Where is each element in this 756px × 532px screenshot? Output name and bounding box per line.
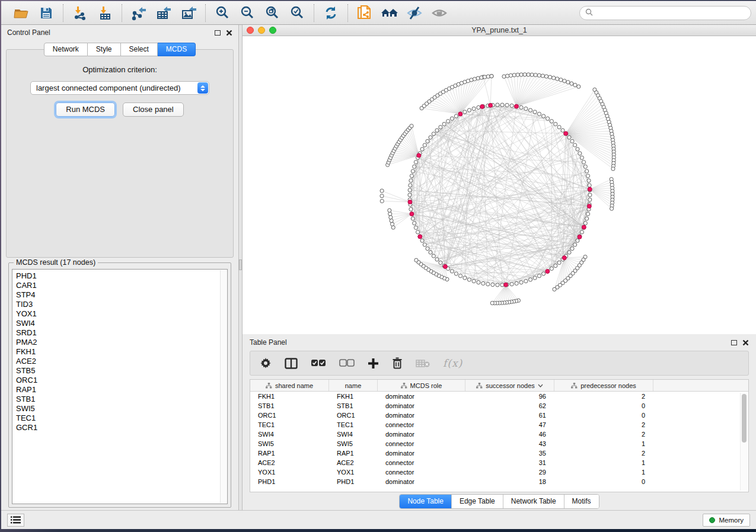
table-row[interactable]: PHD1PHD1dominator180: [250, 477, 748, 486]
sort-desc-icon: [538, 384, 543, 387]
first-neighbors-button[interactable]: [379, 4, 400, 23]
tab-network[interactable]: Network: [44, 43, 88, 56]
mcds-result-item[interactable]: STB5: [16, 366, 227, 376]
search-field[interactable]: [579, 6, 751, 20]
toolbar-separator: [122, 4, 122, 22]
tab-mcds[interactable]: MCDS: [158, 43, 196, 56]
table-row[interactable]: ACE2ACE2connector311: [250, 458, 748, 467]
table-cell: 46: [465, 431, 554, 438]
table-row[interactable]: STB1STB1dominator620: [250, 401, 748, 411]
mcds-result-item[interactable]: YOX1: [16, 309, 227, 319]
table-cell: 1: [554, 459, 653, 466]
open-file-button[interactable]: [11, 4, 32, 23]
mcds-result-item[interactable]: PMA2: [16, 338, 227, 347]
export-network-button[interactable]: [128, 4, 149, 23]
mcds-result-item[interactable]: GCR1: [16, 423, 227, 432]
import-network-button[interactable]: [69, 4, 91, 23]
mcds-result-item[interactable]: ORC1: [16, 376, 227, 385]
deselect-all-icon[interactable]: [339, 359, 355, 367]
mcds-result-list[interactable]: PHD1CAR1STP4TID3YOX1SWI4SRD1PMA2FKH1ACE2…: [12, 269, 228, 504]
float-panel-icon[interactable]: [215, 30, 221, 36]
export-table-button[interactable]: [153, 4, 174, 23]
table-row[interactable]: ORC1ORC1dominator610: [250, 411, 748, 420]
tab-select[interactable]: Select: [121, 43, 158, 56]
table-cell: 18: [465, 478, 554, 485]
tab-edge-table[interactable]: Edge Table: [452, 495, 503, 508]
import-table-button[interactable]: [94, 4, 116, 23]
mcds-result-item[interactable]: RAP1: [16, 385, 227, 395]
network-graph[interactable]: [243, 36, 756, 332]
panel-list-button[interactable]: [7, 514, 24, 527]
search-input[interactable]: [596, 9, 745, 17]
column-header-label: shared name: [275, 382, 313, 389]
zoom-fit-icon: [264, 5, 280, 21]
column-header-successor-nodes[interactable]: successor nodes: [465, 380, 554, 391]
refresh-button[interactable]: [320, 4, 342, 23]
table-cell: SWI5: [329, 440, 378, 447]
settings-gear-icon[interactable]: [260, 357, 272, 369]
hide-selected-button[interactable]: [404, 4, 425, 23]
column-header-MCDS-role[interactable]: MCDS role: [378, 380, 465, 391]
network-window-titlebar[interactable]: YPA_prune.txt_1: [243, 25, 756, 36]
network-canvas[interactable]: [243, 36, 756, 334]
search-icon: [585, 8, 593, 18]
tab-node-table[interactable]: Node Table: [400, 495, 452, 508]
mcds-result-item[interactable]: CAR1: [16, 281, 227, 290]
zoom-fit-button[interactable]: [261, 4, 283, 23]
optimization-criterion-dropdown[interactable]: largest connected component (undirected): [30, 81, 209, 95]
close-panel-button[interactable]: Close panel: [123, 102, 184, 117]
float-table-panel-icon[interactable]: [731, 340, 737, 345]
table-row[interactable]: FKH1FKH1dominator962: [250, 392, 748, 401]
splitter-handle[interactable]: [239, 259, 242, 270]
tab-style[interactable]: Style: [88, 43, 121, 56]
mcds-result-item[interactable]: SWI5: [16, 404, 227, 414]
node-table[interactable]: shared namenameMCDS rolesuccessor nodesp…: [250, 379, 749, 492]
table-cell: 2: [554, 421, 653, 428]
tab-network-table[interactable]: Network Table: [503, 495, 564, 508]
delete-column-trash-icon[interactable]: [392, 357, 403, 369]
run-mcds-button[interactable]: Run MCDS: [56, 102, 115, 117]
mcds-result-item[interactable]: TEC1: [16, 414, 227, 423]
save-floppy-icon: [40, 7, 53, 20]
zoom-in-button[interactable]: [212, 4, 233, 23]
close-panel-icon[interactable]: [226, 30, 232, 36]
table-row[interactable]: YOX1YOX1connector291: [250, 467, 748, 477]
close-table-panel-icon[interactable]: [742, 339, 749, 346]
mcds-result-item[interactable]: SRD1: [16, 328, 227, 338]
table-row[interactable]: SWI5SWI5connector431: [250, 439, 748, 448]
toolbar-separator: [63, 4, 63, 22]
export-image-icon: [180, 5, 197, 21]
zoom-out-button[interactable]: [237, 4, 258, 23]
clone-network-button[interactable]: [354, 4, 375, 23]
show-all-button[interactable]: [429, 4, 450, 23]
table-scrollbar[interactable]: [740, 393, 747, 491]
mcds-result-item[interactable]: STP4: [16, 290, 227, 300]
select-all-checked-icon[interactable]: [311, 359, 326, 367]
column-header-predecessor-nodes[interactable]: predecessor nodes: [554, 380, 653, 391]
mcds-result-item[interactable]: FKH1: [16, 347, 227, 357]
zoom-selected-button[interactable]: [286, 4, 308, 23]
column-header-name[interactable]: name: [329, 380, 378, 391]
column-header-shared-name[interactable]: shared name: [250, 380, 329, 391]
save-session-button[interactable]: [36, 4, 57, 23]
table-scrollbar-thumb[interactable]: [742, 394, 747, 443]
table-cell: 1: [554, 440, 653, 447]
memory-button[interactable]: Memory: [703, 514, 750, 527]
mcds-list-scrollbar[interactable]: [220, 270, 227, 503]
export-image-button[interactable]: [178, 4, 199, 23]
zoom-out-icon: [240, 5, 255, 21]
tab-motifs[interactable]: Motifs: [564, 495, 599, 508]
mcds-result-item[interactable]: PHD1: [16, 271, 227, 281]
table-row[interactable]: SWI4SWI4dominator462: [250, 430, 748, 439]
vertical-splitter[interactable]: [238, 25, 243, 510]
list-icon: [11, 516, 21, 524]
table-row[interactable]: RAP1RAP1dominator352: [250, 448, 748, 458]
add-column-icon[interactable]: [368, 358, 379, 369]
mcds-result-item[interactable]: TID3: [16, 300, 227, 309]
mcds-result-item[interactable]: SWI4: [16, 319, 227, 328]
mcds-result-item[interactable]: STB1: [16, 395, 227, 404]
dropdown-stepper-icon: [197, 82, 208, 94]
table-row[interactable]: TEC1TEC1connector472: [250, 420, 748, 430]
column-layout-icon[interactable]: [285, 358, 298, 369]
mcds-result-item[interactable]: ACE2: [16, 357, 227, 366]
